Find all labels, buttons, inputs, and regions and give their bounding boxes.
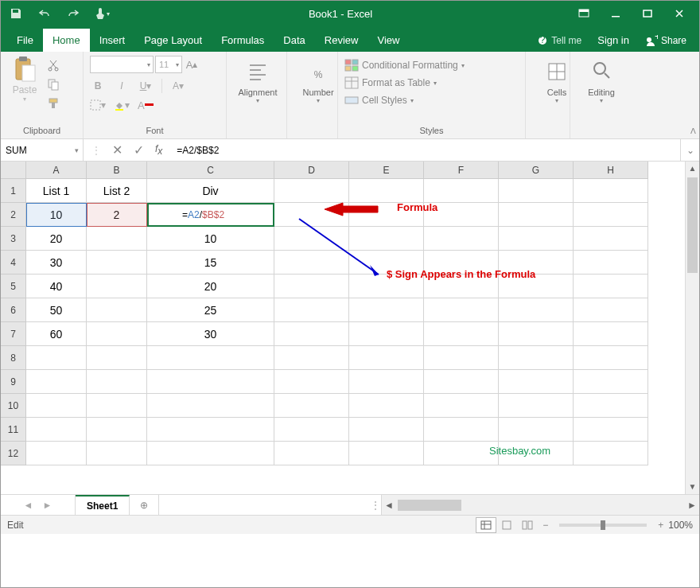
row-header[interactable]: 6 (1, 298, 26, 322)
cell[interactable] (349, 227, 424, 251)
row-header[interactable]: 10 (1, 394, 26, 418)
cell[interactable] (574, 275, 648, 298)
row-header[interactable]: 3 (1, 227, 26, 251)
cell-A7[interactable]: 60 (26, 322, 87, 346)
cell[interactable] (26, 442, 87, 465)
paste-button[interactable]: Paste ▾ (7, 56, 42, 111)
cell[interactable] (147, 442, 274, 465)
cell[interactable] (349, 322, 424, 346)
cell[interactable] (499, 298, 574, 322)
name-box[interactable]: SUM (1, 139, 84, 161)
cell[interactable] (424, 346, 499, 370)
cell[interactable] (574, 298, 648, 322)
zoom-slider[interactable] (559, 524, 647, 527)
horizontal-scrollbar[interactable]: ◄ ► (381, 495, 699, 515)
cell[interactable] (349, 370, 424, 394)
close-icon[interactable] (664, 2, 694, 25)
cell[interactable] (424, 418, 499, 442)
column-header[interactable]: G (499, 162, 574, 179)
cell[interactable] (147, 394, 274, 418)
scroll-up-icon[interactable]: ▲ (686, 162, 699, 176)
cut-icon[interactable] (45, 57, 61, 73)
column-header[interactable]: B (87, 162, 147, 179)
cell[interactable] (574, 418, 648, 442)
cell[interactable] (274, 298, 349, 322)
cell[interactable] (424, 394, 499, 418)
cell[interactable] (574, 394, 648, 418)
cell[interactable] (574, 251, 648, 275)
cell[interactable] (424, 227, 499, 251)
tab-page-layout[interactable]: Page Layout (134, 29, 212, 52)
cell[interactable] (274, 442, 349, 465)
row-header[interactable]: 1 (1, 179, 26, 203)
conditional-formatting-button[interactable]: Conditional Formatting▾ (344, 59, 519, 72)
cell[interactable] (574, 179, 648, 203)
tab-home[interactable]: Home (43, 29, 90, 52)
row-header[interactable]: 7 (1, 322, 26, 346)
cell[interactable] (349, 298, 424, 322)
cell[interactable] (424, 179, 499, 203)
share-button[interactable]: +Share (637, 29, 694, 52)
cell-C2[interactable]: =A2/$B$2 (147, 203, 274, 227)
vscroll-thumb[interactable] (687, 177, 698, 273)
column-header[interactable]: D (274, 162, 349, 179)
cell[interactable] (87, 275, 147, 298)
cell-C6[interactable]: 25 (147, 298, 274, 322)
cell-A3[interactable]: 20 (26, 227, 87, 251)
redo-icon[interactable] (63, 3, 84, 24)
cell[interactable] (274, 418, 349, 442)
cell[interactable] (87, 298, 147, 322)
cell[interactable] (349, 418, 424, 442)
page-break-view-icon[interactable] (517, 517, 538, 533)
column-header[interactable]: A (26, 162, 87, 179)
expand-formula-bar-icon[interactable]: ⌄ (680, 139, 699, 161)
cell[interactable] (87, 322, 147, 346)
select-all-triangle[interactable] (1, 162, 26, 179)
cell[interactable] (499, 203, 574, 227)
scroll-left-icon[interactable]: ◄ (382, 500, 396, 511)
cell[interactable] (349, 394, 424, 418)
hscroll-thumb[interactable] (398, 500, 461, 511)
cell[interactable] (424, 298, 499, 322)
row-header[interactable]: 9 (1, 370, 26, 394)
cell[interactable] (499, 322, 574, 346)
tab-review[interactable]: Review (315, 29, 368, 52)
cell-C4[interactable]: 15 (147, 251, 274, 275)
decrease-font-icon[interactable]: A▾ (170, 78, 186, 94)
increase-font-icon[interactable]: A▴ (184, 56, 200, 72)
new-sheet-icon[interactable]: ⊕ (130, 495, 158, 515)
normal-view-icon[interactable] (476, 517, 496, 533)
undo-icon[interactable] (34, 3, 55, 24)
row-header[interactable]: 4 (1, 251, 26, 275)
tab-file[interactable]: File (7, 29, 43, 52)
cell[interactable] (26, 418, 87, 442)
ribbon-display-icon[interactable] (569, 2, 599, 25)
bold-button[interactable]: B (90, 78, 106, 94)
scroll-down-icon[interactable]: ▼ (686, 480, 699, 494)
format-as-table-button[interactable]: Format as Table▾ (344, 76, 519, 89)
worksheet[interactable]: ABCDEFGH123456789101112List 1List 2Div10… (1, 162, 699, 494)
cell-A1[interactable]: List 1 (26, 179, 87, 203)
cell-C5[interactable]: 20 (147, 275, 274, 298)
cell[interactable] (349, 442, 424, 465)
page-layout-view-icon[interactable] (496, 517, 517, 533)
vertical-scrollbar[interactable]: ▲ ▼ (685, 162, 699, 494)
sheet-nav-prev-icon[interactable]: ◄ (24, 500, 33, 511)
tab-view[interactable]: View (368, 29, 409, 52)
cell[interactable] (499, 370, 574, 394)
cell[interactable] (274, 251, 349, 275)
sheet-nav-next-icon[interactable]: ► (43, 500, 52, 511)
editing-button[interactable]: Editing▾ (577, 56, 626, 104)
cell[interactable] (274, 370, 349, 394)
cell[interactable] (349, 346, 424, 370)
fill-color-icon[interactable]: ▾ (114, 97, 130, 113)
tab-formulas[interactable]: Formulas (212, 29, 274, 52)
cell[interactable] (87, 251, 147, 275)
cell-A4[interactable]: 30 (26, 251, 87, 275)
sign-in-button[interactable]: Sign in (589, 29, 637, 52)
cell[interactable] (574, 322, 648, 346)
save-icon[interactable] (6, 3, 26, 24)
cell[interactable] (499, 394, 574, 418)
font-name-select[interactable] (90, 56, 154, 73)
cell[interactable] (574, 370, 648, 394)
